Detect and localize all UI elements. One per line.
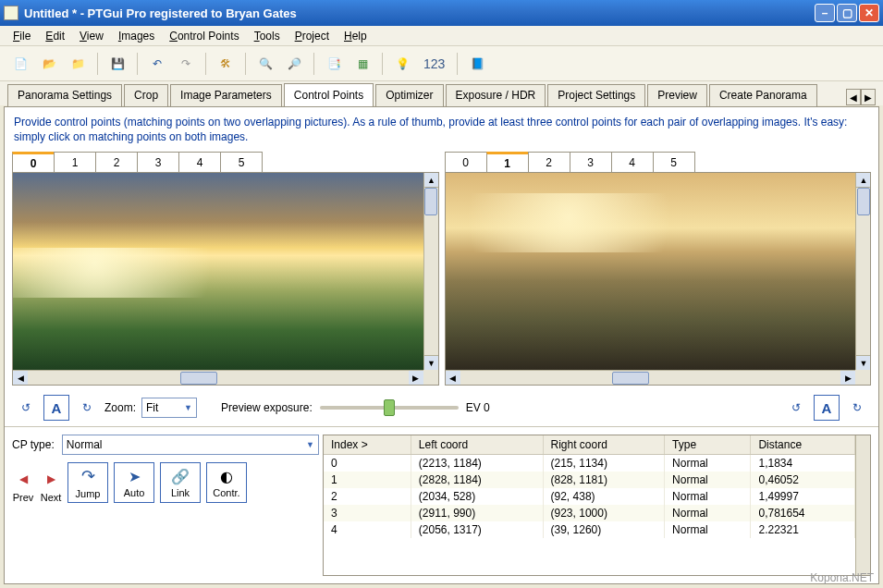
menubar: File Edit View Images Control Points Too… bbox=[0, 26, 883, 46]
table-cell: 3 bbox=[324, 505, 411, 521]
left-rotate-cw-button[interactable]: ↻ bbox=[75, 396, 99, 420]
right-hscrollbar[interactable]: ◀▶ bbox=[446, 370, 856, 385]
tab-panorama-settings[interactable]: Panorama Settings bbox=[7, 84, 122, 106]
tab-create-panorama[interactable]: Create Panorama bbox=[709, 84, 817, 106]
right-tab-3[interactable]: 3 bbox=[570, 152, 612, 172]
table-cell: (215, 1134) bbox=[543, 455, 665, 472]
cp-table[interactable]: Index > Left coord Right coord Type Dist… bbox=[324, 435, 855, 538]
exposure-slider[interactable] bbox=[320, 406, 459, 410]
align-button[interactable]: 🛠 bbox=[213, 51, 239, 77]
table-row[interactable]: 1(2828, 1184)(828, 1181)Normal0,46052 bbox=[324, 472, 855, 488]
copy-button[interactable]: 📑 bbox=[321, 51, 347, 77]
menu-images[interactable]: Images bbox=[111, 28, 162, 44]
tab-control-points[interactable]: Control Points bbox=[284, 83, 374, 106]
left-tab-5[interactable]: 5 bbox=[220, 152, 263, 172]
left-auto-button[interactable]: A bbox=[43, 395, 69, 421]
menu-edit[interactable]: Edit bbox=[38, 28, 72, 44]
cp-type-select[interactable]: Normal ▼ bbox=[62, 435, 319, 455]
cp-controls: CP type: Normal ▼ ◀ Prev ▶ Next ↷Jump bbox=[12, 435, 319, 576]
open-project-button[interactable]: 📂 bbox=[36, 51, 62, 77]
window-titlebar: Untitled * - PTGui Pro registered to Bry… bbox=[0, 0, 883, 26]
table-cell: 2.22321 bbox=[751, 521, 855, 538]
table-row[interactable]: 2(2034, 528)(92, 438)Normal1,49997 bbox=[324, 488, 855, 505]
undo-button[interactable]: ↶ bbox=[144, 51, 170, 77]
table-vscrollbar[interactable] bbox=[855, 435, 870, 575]
left-image-viewport[interactable]: ▲▼ ◀▶ bbox=[12, 173, 439, 386]
right-rotate-ccw-button[interactable]: ↺ bbox=[784, 396, 808, 420]
help-button[interactable]: 📘 bbox=[464, 51, 490, 77]
col-left-coord[interactable]: Left coord bbox=[411, 435, 543, 455]
tab-scroll-left[interactable]: ◀ bbox=[846, 89, 861, 105]
right-auto-button[interactable]: A bbox=[814, 395, 840, 421]
zoom-select[interactable]: Fit ▼ bbox=[141, 398, 197, 418]
menu-file[interactable]: File bbox=[6, 28, 38, 44]
right-image-tabs: 0 1 2 3 4 5 bbox=[445, 152, 872, 173]
left-tab-1[interactable]: 1 bbox=[54, 152, 96, 172]
rotate-ccw-icon: ↺ bbox=[21, 401, 31, 414]
grid-button[interactable]: ▦ bbox=[350, 51, 375, 77]
tab-scroll-right[interactable]: ▶ bbox=[861, 89, 876, 105]
tab-image-parameters[interactable]: Image Parameters bbox=[170, 84, 282, 106]
chevron-down-icon: ▼ bbox=[184, 403, 192, 412]
menu-help[interactable]: Help bbox=[337, 28, 374, 44]
zoom-out-button[interactable]: 🔎 bbox=[281, 51, 307, 77]
zoom-in-icon: 🔍 bbox=[259, 57, 273, 70]
table-row[interactable]: 0(2213, 1184)(215, 1134)Normal1,1834 bbox=[324, 455, 855, 472]
auto-button[interactable]: ➤Auto bbox=[114, 462, 154, 503]
col-type[interactable]: Type bbox=[665, 435, 751, 455]
right-image-viewport[interactable]: ▲▼ ◀▶ bbox=[445, 173, 872, 386]
left-hscrollbar[interactable]: ◀▶ bbox=[13, 370, 423, 385]
right-tab-2[interactable]: 2 bbox=[528, 152, 570, 172]
numeric-button[interactable]: 123 bbox=[418, 56, 450, 71]
add-images-button[interactable]: 📁 bbox=[65, 51, 91, 77]
menu-view[interactable]: View bbox=[72, 28, 111, 44]
zoom-in-button[interactable]: 🔍 bbox=[252, 51, 278, 77]
tab-preview[interactable]: Preview bbox=[647, 84, 707, 106]
zoom-out-icon: 🔎 bbox=[288, 57, 301, 70]
table-cell: Normal bbox=[665, 488, 751, 505]
left-rotate-ccw-button[interactable]: ↺ bbox=[14, 396, 38, 420]
tab-project-settings[interactable]: Project Settings bbox=[547, 84, 645, 106]
idea-button[interactable]: 💡 bbox=[389, 51, 415, 77]
next-button[interactable]: ▶ Next bbox=[40, 468, 62, 503]
left-tab-2[interactable]: 2 bbox=[95, 152, 138, 172]
arrow-right-icon: ▶ bbox=[47, 472, 55, 485]
slider-handle[interactable] bbox=[384, 399, 395, 416]
jump-button[interactable]: ↷Jump bbox=[67, 462, 108, 503]
save-button[interactable]: 💾 bbox=[104, 51, 130, 77]
col-right-coord[interactable]: Right coord bbox=[543, 435, 665, 455]
right-rotate-cw-button[interactable]: ↻ bbox=[845, 396, 869, 420]
tab-optimizer[interactable]: Optimizer bbox=[375, 84, 443, 106]
table-row[interactable]: 4(2056, 1317)(39, 1260)Normal2.22321 bbox=[324, 521, 855, 538]
new-project-button[interactable]: 📄 bbox=[7, 51, 33, 77]
menu-project[interactable]: Project bbox=[288, 28, 337, 44]
table-row[interactable]: 3(2911, 990)(923, 1000)Normal0,781654 bbox=[324, 505, 855, 521]
col-index[interactable]: Index > bbox=[324, 435, 411, 455]
right-tab-1[interactable]: 1 bbox=[486, 152, 529, 172]
prev-button[interactable]: ◀ Prev bbox=[12, 468, 34, 503]
left-vscrollbar[interactable]: ▲▼ bbox=[423, 173, 438, 370]
tab-crop[interactable]: Crop bbox=[124, 84, 168, 106]
menu-tools[interactable]: Tools bbox=[247, 28, 288, 44]
right-tab-0[interactable]: 0 bbox=[445, 152, 487, 172]
instructions-text: Provide control points (matching points … bbox=[5, 107, 878, 152]
chevron-down-icon: ▼ bbox=[306, 440, 314, 449]
maximize-button[interactable]: ▢ bbox=[837, 4, 857, 22]
tab-exposure-hdr[interactable]: Exposure / HDR bbox=[446, 84, 546, 106]
right-tab-4[interactable]: 4 bbox=[611, 152, 654, 172]
lightbulb-icon: 💡 bbox=[396, 57, 410, 70]
link-button[interactable]: 🔗Link bbox=[160, 462, 201, 503]
left-tab-0[interactable]: 0 bbox=[12, 152, 55, 172]
right-vscrollbar[interactable]: ▲▼ bbox=[855, 173, 870, 370]
contrast-button[interactable]: ◐Contr. bbox=[206, 462, 247, 503]
close-button[interactable]: ✕ bbox=[859, 4, 879, 22]
lower-panel: CP type: Normal ▼ ◀ Prev ▶ Next ↷Jump bbox=[5, 427, 878, 583]
col-distance[interactable]: Distance bbox=[751, 435, 855, 455]
table-cell: Normal bbox=[665, 521, 751, 538]
minimize-button[interactable]: – bbox=[815, 4, 835, 22]
redo-button[interactable]: ↷ bbox=[173, 51, 199, 77]
left-tab-3[interactable]: 3 bbox=[137, 152, 179, 172]
left-tab-4[interactable]: 4 bbox=[178, 152, 221, 172]
menu-control-points[interactable]: Control Points bbox=[162, 28, 246, 44]
right-tab-5[interactable]: 5 bbox=[653, 152, 695, 172]
